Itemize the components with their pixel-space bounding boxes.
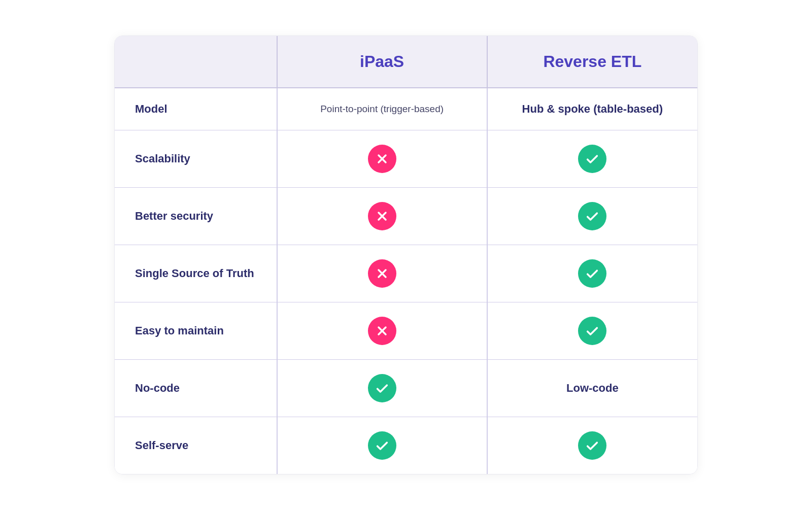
ipaas-cell (277, 188, 487, 245)
cross-icon (368, 317, 396, 345)
ipaas-text: Point-to-point (trigger-based) (320, 104, 444, 114)
ipaas-cell (277, 360, 487, 417)
ipaas-cell (277, 245, 487, 302)
ipaas-cell (277, 302, 487, 360)
cross-icon (368, 202, 396, 230)
table-row: Single Source of Truth (115, 245, 697, 302)
retl-cell (487, 245, 697, 302)
feature-label: Scalability (115, 130, 277, 188)
retl-cell (487, 188, 697, 245)
table-row: ModelPoint-to-point (trigger-based)Hub &… (115, 88, 697, 130)
table-row: Better security (115, 188, 697, 245)
check-icon (578, 317, 606, 345)
check-icon (578, 259, 606, 288)
comparison-table-wrapper: iPaaS Reverse ETL ModelPoint-to-point (t… (114, 36, 698, 474)
feature-label: Easy to maintain (115, 302, 277, 360)
check-icon (578, 202, 606, 230)
feature-label: Single Source of Truth (115, 245, 277, 302)
retl-text: Low-code (566, 382, 619, 394)
ipaas-cell (277, 417, 487, 474)
header-col3-retl: Reverse ETL (487, 36, 697, 88)
feature-label: Self-serve (115, 417, 277, 474)
check-icon (578, 145, 606, 173)
feature-label: Better security (115, 188, 277, 245)
cross-icon (368, 259, 396, 288)
comparison-table: iPaaS Reverse ETL ModelPoint-to-point (t… (115, 36, 697, 474)
retl-cell (487, 130, 697, 188)
feature-label: No-code (115, 360, 277, 417)
check-icon (368, 374, 396, 402)
retl-cell: Hub & spoke (table-based) (487, 88, 697, 130)
header-row: iPaaS Reverse ETL (115, 36, 697, 88)
ipaas-cell (277, 130, 487, 188)
header-col1 (115, 36, 277, 88)
table-row: Self-serve (115, 417, 697, 474)
header-col2-ipaas: iPaaS (277, 36, 487, 88)
ipaas-cell: Point-to-point (trigger-based) (277, 88, 487, 130)
check-icon (368, 431, 396, 460)
feature-label: Model (115, 88, 277, 130)
check-icon (578, 431, 606, 460)
table-row: Easy to maintain (115, 302, 697, 360)
retl-cell (487, 417, 697, 474)
retl-text: Hub & spoke (table-based) (522, 103, 663, 115)
cross-icon (368, 145, 396, 173)
retl-cell: Low-code (487, 360, 697, 417)
table-row: Scalability (115, 130, 697, 188)
table-row: No-code Low-code (115, 360, 697, 417)
retl-cell (487, 302, 697, 360)
